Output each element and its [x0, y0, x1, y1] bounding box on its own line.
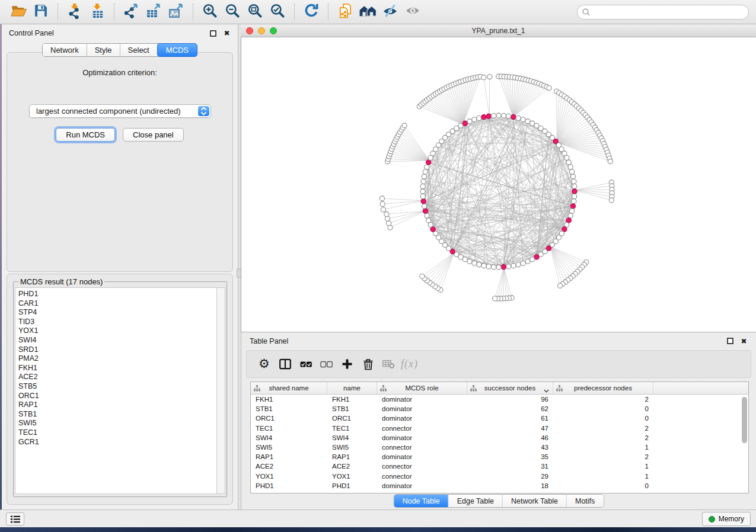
- split-panel-button[interactable]: [275, 354, 295, 374]
- table-cell[interactable]: SWI5: [327, 443, 377, 452]
- minimize-window-icon[interactable]: [258, 27, 265, 34]
- mcds-result-item[interactable]: SWI5: [18, 419, 216, 428]
- table-cell[interactable]: TEC1: [327, 424, 377, 433]
- table-cell[interactable]: connector: [377, 462, 467, 471]
- settings-gear-button[interactable]: ⚙: [254, 354, 275, 374]
- close-window-icon[interactable]: [246, 27, 253, 34]
- graph-node[interactable]: [506, 114, 511, 118]
- table-cell[interactable]: RAP1: [251, 452, 327, 462]
- table-cell[interactable]: ORC1: [327, 414, 377, 423]
- table-cell[interactable]: 43: [467, 443, 553, 452]
- mcds-result-item[interactable]: TEC1: [18, 428, 216, 438]
- table-cell[interactable]: dominator: [377, 452, 467, 462]
- table-cell[interactable]: STB1: [327, 404, 377, 414]
- table-cell[interactable]: dominator: [377, 433, 467, 443]
- graph-node[interactable]: [472, 117, 477, 122]
- graph-mcds-node[interactable]: [511, 114, 516, 119]
- mcds-result-item[interactable]: SRD1: [18, 345, 216, 355]
- table-cell[interactable]: SWI4: [251, 433, 327, 443]
- table-cell[interactable]: dominator: [377, 414, 467, 423]
- table-cell[interactable]: FKH1: [251, 395, 327, 404]
- graph-node[interactable]: [501, 113, 506, 118]
- mcds-result-item[interactable]: CAR1: [18, 299, 216, 309]
- tab-motifs[interactable]: Motifs: [567, 495, 603, 507]
- tab-select[interactable]: Select: [120, 44, 158, 56]
- zoom-out-button[interactable]: [221, 2, 244, 21]
- tab-network[interactable]: Network: [43, 44, 87, 56]
- export-image-button[interactable]: [165, 2, 187, 21]
- zoom-fit-button[interactable]: [244, 2, 266, 21]
- graph-node[interactable]: [477, 262, 481, 267]
- mcds-result-item[interactable]: ORC1: [18, 392, 216, 401]
- table-cell[interactable]: PHD1: [327, 481, 377, 491]
- mcds-result-item[interactable]: FKH1: [18, 364, 216, 373]
- tab-node-table[interactable]: Node Table: [394, 495, 449, 507]
- graph-leaf-node[interactable]: [384, 211, 389, 216]
- export-table-button[interactable]: [142, 2, 165, 21]
- table-cell[interactable]: 2: [553, 433, 653, 443]
- mcds-result-item[interactable]: RAP1: [18, 400, 216, 410]
- mcds-result-item[interactable]: SWI4: [18, 336, 216, 345]
- graph-node[interactable]: [420, 184, 425, 189]
- graph-leaf-node[interactable]: [381, 207, 385, 212]
- graph-node[interactable]: [572, 184, 577, 189]
- tab-edge-table[interactable]: Edge Table: [449, 495, 503, 507]
- table-cell[interactable]: 46: [467, 433, 553, 443]
- graph-node[interactable]: [496, 265, 501, 270]
- table-cell[interactable]: 1: [553, 462, 653, 471]
- table-cell[interactable]: 2: [553, 395, 653, 404]
- graph-node[interactable]: [570, 209, 575, 213]
- column-header-predecessor-nodes[interactable]: predecessor nodes: [553, 382, 653, 394]
- graph-leaf-node[interactable]: [402, 123, 407, 128]
- float-table-panel-icon[interactable]: [726, 337, 734, 345]
- graph-node[interactable]: [566, 160, 571, 165]
- table-cell[interactable]: RAP1: [327, 452, 377, 462]
- graph-node[interactable]: [423, 169, 428, 174]
- graph-node[interactable]: [421, 179, 426, 184]
- mcds-result-item[interactable]: STP4: [18, 308, 216, 318]
- graph-node[interactable]: [425, 213, 429, 218]
- graph-node[interactable]: [521, 117, 525, 122]
- network-overview-button[interactable]: [356, 2, 379, 21]
- graph-leaf-node[interactable]: [481, 75, 486, 80]
- graph-leaf-node[interactable]: [557, 283, 562, 288]
- table-row[interactable]: YOX1YOX1connector291: [251, 472, 748, 481]
- table-cell[interactable]: 0: [553, 404, 653, 414]
- deselect-all-button[interactable]: [316, 354, 337, 374]
- table-row[interactable]: STB1STB1dominator620: [251, 404, 748, 414]
- show-all-button[interactable]: [401, 2, 424, 21]
- network-titlebar[interactable]: YPA_prune.txt_1: [241, 24, 756, 37]
- graph-node[interactable]: [492, 265, 496, 270]
- task-history-button[interactable]: [6, 512, 24, 525]
- graph-node[interactable]: [422, 204, 426, 209]
- export-network-button[interactable]: [120, 2, 142, 21]
- table-cell[interactable]: 29: [467, 472, 553, 481]
- table-row[interactable]: SWI4SWI4dominator462: [251, 433, 748, 443]
- graph-node[interactable]: [422, 174, 426, 179]
- graph-mcds-node[interactable]: [570, 204, 575, 209]
- graph-mcds-node[interactable]: [423, 209, 428, 213]
- table-cell[interactable]: 18: [467, 481, 553, 491]
- graph-node[interactable]: [492, 113, 496, 118]
- table-cell[interactable]: ACE2: [251, 462, 327, 471]
- graph-node[interactable]: [467, 259, 472, 264]
- mcds-result-list[interactable]: PHD1CAR1STP4TID3YOX1SWI4SRD1PMA2FKH1ACE2…: [15, 287, 216, 494]
- graph-node[interactable]: [530, 257, 535, 262]
- table-row[interactable]: SWI5SWI5connector431: [251, 443, 748, 452]
- table-cell[interactable]: SWI4: [327, 433, 377, 443]
- delete-column-button[interactable]: [358, 354, 378, 374]
- graph-mcds-node[interactable]: [421, 199, 426, 204]
- table-cell[interactable]: 47: [467, 424, 553, 433]
- mcds-result-scrollbar[interactable]: [216, 287, 225, 494]
- graph-node[interactable]: [516, 116, 521, 120]
- graph-node[interactable]: [472, 261, 477, 265]
- table-cell[interactable]: ORC1: [251, 414, 327, 423]
- graph-leaf-node[interactable]: [385, 216, 390, 221]
- close-table-panel-icon[interactable]: ✖: [740, 337, 748, 345]
- table-row[interactable]: TEC1TEC1connector472: [251, 424, 748, 433]
- graph-node[interactable]: [420, 194, 425, 198]
- graph-leaf-node[interactable]: [608, 159, 613, 164]
- column-header-successor-nodes[interactable]: successor nodes: [467, 382, 553, 394]
- graph-node[interactable]: [486, 264, 491, 269]
- import-table-button[interactable]: [86, 2, 109, 21]
